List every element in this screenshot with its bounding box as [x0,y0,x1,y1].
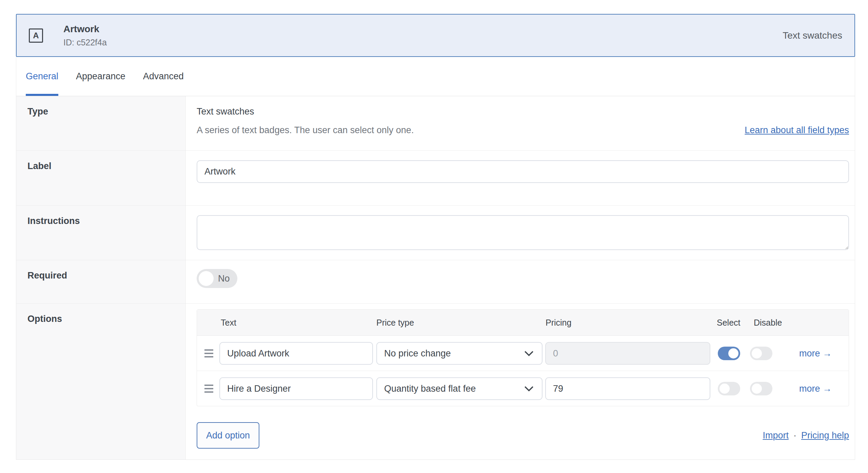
tab-general[interactable]: General [26,57,58,96]
option-1-select-toggle[interactable] [718,347,740,360]
required-toggle-knob [199,271,214,286]
instructions-row-label: Instructions [16,206,186,260]
required-row: Required No [16,260,855,304]
option-row-2: Quantity based flat fee more → [197,371,849,406]
options-footer-links: Import · Pricing help [763,430,849,441]
instructions-row-content [186,206,855,260]
label-row: Label [16,151,855,206]
option-row-1: No price change more → [197,336,849,371]
column-header-pricing: Pricing [546,318,571,328]
option-2-text-input[interactable] [219,377,373,400]
label-row-content [186,151,855,205]
import-link[interactable]: Import [763,430,789,441]
option-2-price-type-value: Quantity based flat fee [384,383,476,394]
text-field-icon: A [29,28,43,43]
field-type-badge: Text swatches [783,30,842,41]
drag-handle-icon[interactable] [204,349,213,357]
tab-appearance[interactable]: Appearance [76,57,125,96]
type-value: Text swatches [197,106,849,117]
field-id: ID: c522f4a [63,38,107,47]
option-2-pricing-input[interactable] [545,377,710,400]
field-title: Artwork [63,24,107,35]
required-toggle-label: No [218,269,230,288]
required-row-label: Required [16,260,186,303]
learn-field-types-link[interactable]: Learn about all field types [745,125,849,136]
option-2-disable-toggle[interactable] [750,382,772,395]
type-row: Type Text swatches A series of text badg… [16,96,855,151]
option-1-more-link[interactable]: more → [799,348,832,358]
options-table: Text Price type Pricing Select Disable N… [197,309,849,406]
type-row-content: Text swatches A series of text badges. T… [186,96,855,150]
options-table-header: Text Price type Pricing Select Disable [197,310,849,336]
option-1-text-input[interactable] [219,342,373,365]
toggle-knob [752,384,762,394]
field-header: A Artwork ID: c522f4a Text swatches [16,14,855,57]
options-row-label: Options [16,304,186,459]
options-row-content: Text Price type Pricing Select Disable N… [186,304,855,459]
field-editor-body: General Appearance Advanced Type Text sw… [16,57,855,460]
option-2-select-toggle[interactable] [718,382,740,395]
column-header-price-type: Price type [376,318,414,328]
options-footer: Add option Import · Pricing help [197,422,849,449]
required-row-content: No [186,260,855,303]
option-1-price-type-value: No price change [384,348,451,358]
type-description-row: A series of text badges. The user can se… [197,125,849,136]
options-row: Options Text Price type Pricing Select D… [16,304,855,459]
option-1-price-type-select[interactable]: No price change [376,342,542,365]
toggle-knob [752,348,762,358]
chevron-down-icon [524,386,534,391]
label-row-label: Label [16,151,186,205]
add-option-button[interactable]: Add option [197,422,259,449]
instructions-row: Instructions [16,206,855,260]
chevron-down-icon [524,350,534,356]
pricing-help-link[interactable]: Pricing help [801,430,849,441]
toggle-knob [728,348,738,358]
instructions-textarea[interactable] [197,215,849,250]
type-row-label: Type [16,96,186,150]
column-header-select: Select [717,318,740,328]
column-header-disable: Disable [754,318,782,328]
tab-bar: General Appearance Advanced [16,57,855,96]
option-2-price-type-select[interactable]: Quantity based flat fee [376,377,542,400]
field-editor-card: A Artwork ID: c522f4a Text swatches Gene… [16,14,855,460]
tab-advanced[interactable]: Advanced [143,57,184,96]
header-titles: Artwork ID: c522f4a [63,24,107,47]
option-2-more-link[interactable]: more → [799,383,832,394]
drag-handle-icon[interactable] [204,385,213,393]
column-header-text: Text [221,318,236,328]
toggle-knob [719,384,730,394]
option-1-disable-toggle[interactable] [750,347,772,360]
option-1-pricing-input [545,342,710,365]
required-toggle[interactable]: No [197,269,237,288]
link-separator: · [793,430,796,441]
label-input[interactable] [197,160,849,183]
type-description: A series of text badges. The user can se… [197,125,414,136]
